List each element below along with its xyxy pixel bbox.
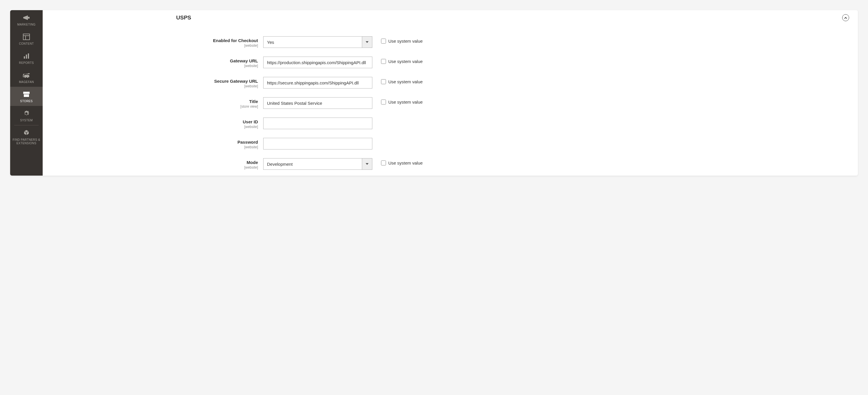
use-system-label[interactable]: Use system value <box>388 39 423 43</box>
blocks-icon <box>23 129 30 137</box>
field-label: Gateway URL <box>43 58 258 63</box>
svg-rect-3 <box>24 56 25 59</box>
input-col <box>263 97 372 109</box>
admin-sidebar: MARKETING CONTENT REPORTS MAGEFAN STORES <box>10 10 43 176</box>
sidebar-item-stores[interactable]: STORES <box>10 87 43 106</box>
row-secure-gateway: Secure Gateway URL [website] Use system … <box>43 77 849 89</box>
row-user-id: User ID [website] <box>43 118 849 129</box>
select-wrap <box>263 36 372 48</box>
bar-chart-icon <box>23 52 30 60</box>
use-system-label[interactable]: Use system value <box>388 79 423 84</box>
admin-window: MARKETING CONTENT REPORTS MAGEFAN STORES <box>10 10 858 176</box>
field-scope: [website] <box>43 84 258 88</box>
title-input[interactable] <box>263 97 372 109</box>
field-label: Secure Gateway URL <box>43 79 258 84</box>
use-system-checkbox[interactable] <box>381 99 386 104</box>
sidebar-item-label: REPORTS <box>19 61 34 65</box>
system-value-col: Use system value <box>372 77 423 84</box>
field-scope: [website] <box>43 64 258 68</box>
field-scope: [store view] <box>43 104 258 109</box>
field-label: User ID <box>43 119 258 124</box>
field-scope: [website] <box>43 125 258 129</box>
gear-icon <box>23 110 30 118</box>
layout-icon <box>23 33 30 41</box>
sidebar-item-marketing[interactable]: MARKETING <box>10 10 43 29</box>
use-system-label[interactable]: Use system value <box>388 59 423 64</box>
config-panel: USPS Enabled for Checkout [website] <box>43 10 858 176</box>
system-value-col: Use system value <box>372 158 423 165</box>
label-col: Gateway URL [website] <box>43 57 263 68</box>
svg-rect-4 <box>26 55 27 59</box>
input-col <box>263 57 372 68</box>
use-system-checkbox[interactable] <box>381 160 386 165</box>
chevron-up-icon <box>844 16 847 20</box>
sidebar-item-label: MARKETING <box>17 23 35 26</box>
input-col <box>263 36 372 48</box>
password-input[interactable] <box>263 138 372 149</box>
label-col: Secure Gateway URL [website] <box>43 77 263 88</box>
label-col: Password [website] <box>43 138 263 149</box>
sidebar-item-label: SYSTEM <box>20 119 33 122</box>
gateway-url-input[interactable] <box>263 57 372 68</box>
use-system-checkbox[interactable] <box>381 79 386 84</box>
sidebar-item-label: CONTENT <box>19 42 34 45</box>
storefront-icon <box>23 90 30 98</box>
field-label: Title <box>43 99 258 104</box>
field-scope: [website] <box>43 145 258 149</box>
label-col: Title [store view] <box>43 97 263 109</box>
label-col: Enabled for Checkout [website] <box>43 36 263 48</box>
row-gateway: Gateway URL [website] Use system value <box>43 57 849 68</box>
system-value-col: Use system value <box>372 36 423 43</box>
enabled-select[interactable] <box>263 36 372 48</box>
input-col <box>263 77 372 89</box>
svg-rect-0 <box>23 34 30 40</box>
sidebar-item-label: FIND PARTNERS & EXTENSIONS <box>11 138 41 145</box>
field-scope: [website] <box>43 43 258 48</box>
sidebar-item-system[interactable]: SYSTEM <box>10 106 43 125</box>
row-mode: Mode [website] Use system value <box>43 158 849 170</box>
use-system-label[interactable]: Use system value <box>388 99 423 104</box>
user-id-input[interactable] <box>263 118 372 129</box>
use-system-checkbox[interactable] <box>381 39 386 43</box>
secure-gateway-url-input[interactable] <box>263 77 372 89</box>
sidebar-item-label: MAGEFAN <box>19 81 34 84</box>
input-col <box>263 158 372 170</box>
row-enabled: Enabled for Checkout [website] Use syste… <box>43 36 849 48</box>
field-label: Mode <box>43 160 258 165</box>
row-password: Password [website] <box>43 138 849 149</box>
field-scope: [website] <box>43 165 258 170</box>
row-title: Title [store view] Use system value <box>43 97 849 109</box>
field-label: Enabled for Checkout <box>43 38 258 43</box>
sidebar-item-reports[interactable]: REPORTS <box>10 49 43 68</box>
elephant-icon <box>22 71 30 79</box>
sidebar-item-content[interactable]: CONTENT <box>10 29 43 49</box>
system-value-col: Use system value <box>372 97 423 104</box>
use-system-checkbox[interactable] <box>381 59 386 64</box>
form-rows: Enabled for Checkout [website] Use syste… <box>43 25 858 170</box>
system-value-col: Use system value <box>372 57 423 64</box>
svg-rect-5 <box>28 53 29 59</box>
megaphone-icon <box>23 13 30 22</box>
field-label: Password <box>43 140 258 145</box>
sidebar-item-label: STORES <box>20 99 32 103</box>
sidebar-item-magefan[interactable]: MAGEFAN <box>10 68 43 87</box>
label-col: Mode [website] <box>43 158 263 170</box>
select-wrap <box>263 158 372 170</box>
label-col: User ID [website] <box>43 118 263 129</box>
section-header: USPS <box>43 10 858 25</box>
mode-select[interactable] <box>263 158 372 170</box>
sidebar-item-partners[interactable]: FIND PARTNERS & EXTENSIONS <box>10 125 43 148</box>
input-col <box>263 138 372 149</box>
collapse-button[interactable] <box>842 14 849 21</box>
use-system-label[interactable]: Use system value <box>388 160 423 165</box>
section-title: USPS <box>176 14 191 21</box>
input-col <box>263 118 372 129</box>
